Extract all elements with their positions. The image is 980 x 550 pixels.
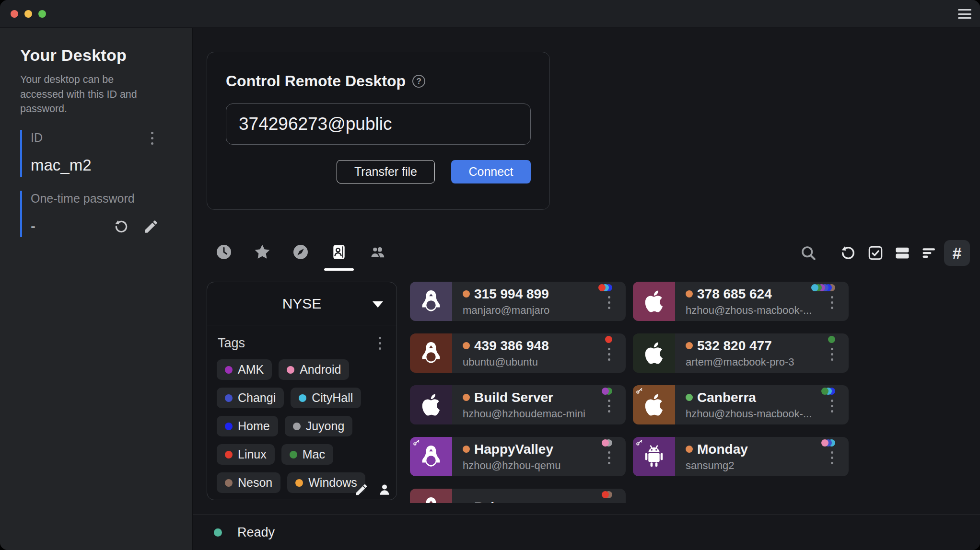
peer-tag-dots xyxy=(609,336,612,343)
address-book-name: NYSE xyxy=(282,296,322,312)
peer-menu-button[interactable] xyxy=(606,451,612,464)
peer-tag-dots xyxy=(606,388,612,395)
peer-status-dot xyxy=(686,394,693,401)
peer-menu-button[interactable] xyxy=(828,400,835,412)
add-person-icon[interactable] xyxy=(377,482,392,497)
card-view-button[interactable] xyxy=(894,244,911,262)
peer-card[interactable]: 378 685 624 hzhou@zhous-macbook-... xyxy=(633,282,849,321)
password-label: One-time password xyxy=(31,192,178,206)
tag-color-dot xyxy=(225,423,233,430)
peer-os-icon xyxy=(633,385,675,424)
tag-chip[interactable]: Changi xyxy=(217,388,284,408)
search-button[interactable] xyxy=(800,244,817,262)
tag-label: Neson xyxy=(238,476,272,490)
peer-status-dot xyxy=(686,446,693,453)
control-title: Control Remote Desktop xyxy=(226,72,406,90)
peer-os-icon xyxy=(633,282,675,321)
peer-menu-button[interactable] xyxy=(606,296,612,309)
refresh-button[interactable] xyxy=(840,244,857,262)
search-icon xyxy=(800,244,817,262)
peer-menu-button[interactable] xyxy=(606,348,612,361)
address-book-panel: NYSE Tags AMK Android Changi CityHall Ho… xyxy=(207,282,397,500)
peer-status-dot xyxy=(686,342,693,349)
key-icon xyxy=(636,439,643,447)
peer-card[interactable]: Build Server hzhou@hzhoudemac-mini xyxy=(410,385,626,424)
id-menu-button[interactable] xyxy=(149,132,155,145)
refresh-password-icon[interactable] xyxy=(113,218,129,235)
sort-by-id-button[interactable]: # xyxy=(944,240,970,266)
tag-chip[interactable]: Mac xyxy=(281,444,333,465)
peer-menu-button[interactable] xyxy=(828,451,835,464)
tag-chip[interactable]: CityHall xyxy=(291,388,361,408)
apple-icon xyxy=(641,288,667,314)
peer-card[interactable]: 439 386 948 ubuntu@ubuntu xyxy=(410,333,626,373)
tag-chip[interactable]: Android xyxy=(279,359,349,380)
tab-discovered[interactable] xyxy=(292,242,309,262)
peer-status-dot xyxy=(686,290,693,298)
apple-icon xyxy=(641,340,667,366)
remote-id-input[interactable] xyxy=(226,103,531,145)
peer-status-dot xyxy=(463,342,470,349)
help-icon[interactable]: ? xyxy=(412,75,425,88)
menu-icon[interactable] xyxy=(958,9,971,19)
peer-card[interactable]: 315 994 899 manjaro@manjaro xyxy=(410,282,626,321)
peer-menu-button[interactable] xyxy=(828,296,835,309)
tab-group[interactable] xyxy=(369,242,386,262)
tag-chip[interactable]: Linux xyxy=(217,444,275,465)
tag-label: Mac xyxy=(303,447,325,461)
status-dot xyxy=(214,528,222,537)
peer-username: artem@macbook-pro-3 xyxy=(686,356,819,368)
tag-color-dot xyxy=(299,394,306,402)
tab-favorites[interactable] xyxy=(254,242,271,262)
peer-name: Build Server xyxy=(474,390,553,405)
address-book-dropdown[interactable]: NYSE xyxy=(207,282,397,325)
tag-label: CityHall xyxy=(312,391,353,405)
card-view-icon xyxy=(894,244,911,262)
sidebar-title: Your Desktop xyxy=(20,46,192,65)
compass-icon xyxy=(292,243,309,261)
peer-name: Pal xyxy=(474,500,494,504)
peer-card[interactable]: HappyValley hzhou@hzhou-qemu xyxy=(410,437,626,476)
tab-address-book[interactable] xyxy=(330,242,348,262)
edit-tags-icon[interactable] xyxy=(354,482,369,497)
peer-os-icon xyxy=(410,282,452,321)
transfer-file-button[interactable]: Transfer file xyxy=(337,160,435,183)
tag-chip[interactable]: Juyong xyxy=(285,416,353,436)
peer-os-icon xyxy=(410,333,452,373)
peer-tag-dots xyxy=(825,439,835,447)
id-label: ID xyxy=(31,131,178,145)
peer-username: ubuntu@ubuntu xyxy=(463,356,596,368)
tag-chip[interactable]: AMK xyxy=(217,359,272,380)
tag-chip[interactable]: Home xyxy=(217,416,278,436)
peer-status-dot xyxy=(463,394,470,401)
tag-color-dot xyxy=(287,366,294,374)
peer-card[interactable]: Canberra hzhou@zhous-macbook-... xyxy=(633,385,849,424)
tab-recent-sessions[interactable] xyxy=(215,242,233,262)
edit-password-icon[interactable] xyxy=(143,218,159,235)
minimize-button[interactable] xyxy=(24,10,32,18)
peer-card[interactable]: Pal xyxy=(410,489,626,503)
people-icon xyxy=(369,243,386,261)
peer-os-icon xyxy=(633,333,675,373)
peer-card[interactable]: Monday sansumg2 xyxy=(633,437,849,476)
id-value: mac_m2 xyxy=(31,156,178,174)
tag-color-dot xyxy=(225,451,233,458)
sort-button[interactable] xyxy=(921,244,938,262)
status-label: Ready xyxy=(237,525,275,540)
tags-menu-button[interactable] xyxy=(376,337,383,350)
connect-button[interactable]: Connect xyxy=(451,160,531,183)
sidebar: Your Desktop Your desktop can be accesse… xyxy=(0,28,193,550)
app-window: Your Desktop Your desktop can be accesse… xyxy=(0,0,980,550)
zoom-button[interactable] xyxy=(38,10,46,18)
peer-menu-button[interactable] xyxy=(828,348,835,361)
apple-icon xyxy=(641,392,667,418)
select-peers-button[interactable] xyxy=(867,244,884,262)
linux-icon xyxy=(418,288,444,314)
title-bar xyxy=(0,0,980,27)
tag-chip[interactable]: Neson xyxy=(217,472,280,493)
tag-chip[interactable]: Windows xyxy=(287,472,365,493)
close-button[interactable] xyxy=(11,10,18,18)
peer-menu-button[interactable] xyxy=(606,400,612,412)
peer-card[interactable]: 532 820 477 artem@macbook-pro-3 xyxy=(633,333,849,373)
peer-username: hzhou@zhous-macbook-... xyxy=(686,408,819,420)
